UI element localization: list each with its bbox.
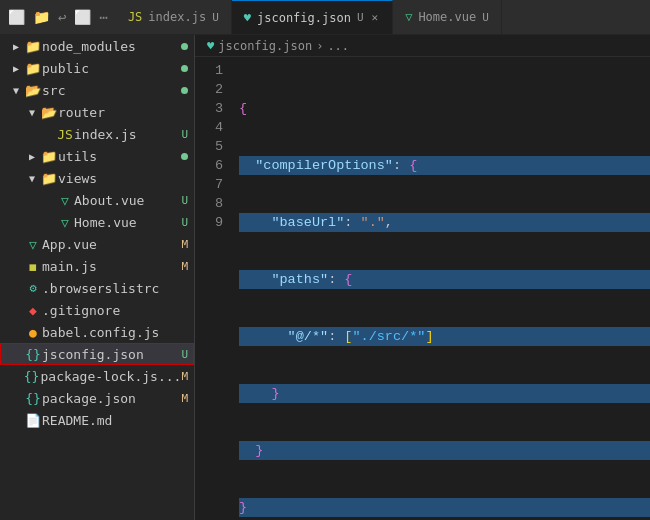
sidebar-item-package-json[interactable]: {} package.json M	[0, 387, 194, 409]
breadcrumb-file-icon: ♥	[207, 39, 214, 53]
arrow-icon: ▼	[24, 107, 40, 118]
sidebar-item-babel-config[interactable]: ● babel.config.js	[0, 321, 194, 343]
folder-router-icon: 📂	[40, 105, 58, 120]
code-line-6: }	[239, 384, 650, 403]
arrow-icon: ▼	[8, 85, 24, 96]
code-lines: { "compilerOptions": { "baseUrl": ".", "…	[231, 57, 650, 520]
code-line-4: "paths": {	[239, 270, 650, 289]
refresh-icon[interactable]: ↩	[56, 7, 68, 27]
breadcrumb-ellipsis: ...	[327, 39, 349, 53]
item-label: public	[42, 61, 181, 76]
js-icon: JS	[56, 127, 74, 142]
tab-home-vue[interactable]: ▽ Home.vue U	[393, 0, 502, 34]
tab-bar: ⬜ 📁 ↩ ⬜ ⋯ JS index.js U ♥ jsconfig.json …	[0, 0, 650, 35]
sidebar-item-router[interactable]: ▼ 📂 router	[0, 101, 194, 123]
modified-badge: U	[181, 128, 188, 141]
collapse-icon[interactable]: ⬜	[72, 7, 93, 27]
modified-badge: U	[181, 348, 188, 361]
sidebar-item-about-vue[interactable]: ▽ About.vue U	[0, 189, 194, 211]
sidebar-item-main-js[interactable]: ◼ main.js M	[0, 255, 194, 277]
modified-badge: U	[181, 194, 188, 207]
item-label: README.md	[42, 413, 194, 428]
main-area: ▶ 📁 node_modules ▶ 📁 public ▼ 📂 src ▼ 📂	[0, 35, 650, 520]
code-line-8: }	[239, 498, 650, 517]
item-label: babel.config.js	[42, 325, 194, 340]
arrow-icon: ▶	[8, 41, 24, 52]
tab-jsconfig-json[interactable]: ♥ jsconfig.json U ✕	[232, 0, 393, 34]
code-line-5: "@/*": ["./src/*"]	[239, 327, 650, 346]
item-label: .browserslistrc	[42, 281, 194, 296]
js-icon: ◼	[24, 259, 42, 274]
babel-icon: ●	[24, 325, 42, 340]
folder-views-icon: 📁	[40, 171, 58, 186]
tab-close-button[interactable]: ✕	[370, 10, 381, 25]
sidebar-item-package-lock[interactable]: {} package-lock.js... M	[0, 365, 194, 387]
tab-modified-badge: U	[212, 11, 219, 24]
sidebar-item-app-vue[interactable]: ▽ App.vue M	[0, 233, 194, 255]
item-label: src	[42, 83, 181, 98]
arrow-icon: ▶	[24, 151, 40, 162]
modified-dot	[181, 65, 188, 72]
breadcrumb-filename: jsconfig.json	[218, 39, 312, 53]
vue-icon: ▽	[24, 237, 42, 252]
modified-dot	[181, 87, 188, 94]
modified-badge: M	[181, 260, 188, 273]
new-folder-icon[interactable]: 📁	[31, 7, 52, 27]
item-label: router	[58, 105, 194, 120]
code-line-2: "compilerOptions": {	[239, 156, 650, 175]
sidebar-item-utils[interactable]: ▶ 📁 utils	[0, 145, 194, 167]
readme-icon: 📄	[24, 413, 42, 428]
code-editor[interactable]: ♥ jsconfig.json › ... 1 2 3 4 5 6 7 8 9 …	[195, 35, 650, 520]
vue-icon: ▽	[56, 215, 74, 230]
folder-icon: 📁	[24, 61, 42, 76]
item-label: index.js	[74, 127, 181, 142]
modified-badge: M	[181, 238, 188, 251]
vue-file-icon: ▽	[405, 10, 412, 24]
json-icon: {}	[24, 347, 42, 362]
code-line-3: "baseUrl": ".",	[239, 213, 650, 232]
sidebar-item-public[interactable]: ▶ 📁 public	[0, 57, 194, 79]
json-icon: {}	[22, 369, 40, 384]
tab-label: index.js	[148, 10, 206, 24]
item-label: package-lock.js...	[40, 369, 181, 384]
item-label: Home.vue	[74, 215, 181, 230]
tab-modified-badge: U	[482, 11, 489, 24]
item-label: About.vue	[74, 193, 181, 208]
modified-badge: M	[181, 392, 188, 405]
modified-badge: M	[181, 370, 188, 383]
sidebar-item-readme[interactable]: 📄 README.md	[0, 409, 194, 431]
breadcrumb: ♥ jsconfig.json › ...	[195, 35, 650, 57]
sidebar-item-browserslistrc[interactable]: ⚙ .browserslistrc	[0, 277, 194, 299]
json-file-icon: ♥	[244, 11, 251, 25]
sidebar-item-node-modules[interactable]: ▶ 📁 node_modules	[0, 35, 194, 57]
code-content-area[interactable]: 1 2 3 4 5 6 7 8 9 { "compilerOptions": {…	[195, 57, 650, 520]
item-label: utils	[58, 149, 181, 164]
modified-dot	[181, 43, 188, 50]
line-numbers: 1 2 3 4 5 6 7 8 9	[195, 57, 231, 520]
folder-utils-icon: 📁	[40, 149, 58, 164]
file-explorer: ▶ 📁 node_modules ▶ 📁 public ▼ 📂 src ▼ 📂	[0, 35, 195, 520]
item-label: jsconfig.json	[42, 347, 181, 362]
more-icon[interactable]: ⋯	[97, 7, 109, 27]
modified-dot	[181, 153, 188, 160]
vue-icon: ▽	[56, 193, 74, 208]
sidebar-item-home-vue[interactable]: ▽ Home.vue U	[0, 211, 194, 233]
new-file-icon[interactable]: ⬜	[6, 7, 27, 27]
gitignore-icon: ◆	[24, 303, 42, 318]
modified-badge: U	[181, 216, 188, 229]
folder-icon: 📁	[24, 39, 42, 54]
folder-src-icon: 📂	[24, 83, 42, 98]
tab-modified-badge: U	[357, 11, 364, 24]
tab-label: jsconfig.json	[257, 11, 351, 25]
sidebar-item-router-index[interactable]: JS index.js U	[0, 123, 194, 145]
item-label: .gitignore	[42, 303, 194, 318]
sidebar-item-views[interactable]: ▼ 📁 views	[0, 167, 194, 189]
sidebar-item-src[interactable]: ▼ 📂 src	[0, 79, 194, 101]
tab-index-js[interactable]: JS index.js U	[116, 0, 232, 34]
sidebar-item-jsconfig-json[interactable]: {} jsconfig.json U	[0, 343, 194, 365]
json-icon: {}	[24, 391, 42, 406]
sidebar-item-gitignore[interactable]: ◆ .gitignore	[0, 299, 194, 321]
code-line-7: }	[239, 441, 650, 460]
arrow-icon: ▼	[24, 173, 40, 184]
item-label: package.json	[42, 391, 181, 406]
